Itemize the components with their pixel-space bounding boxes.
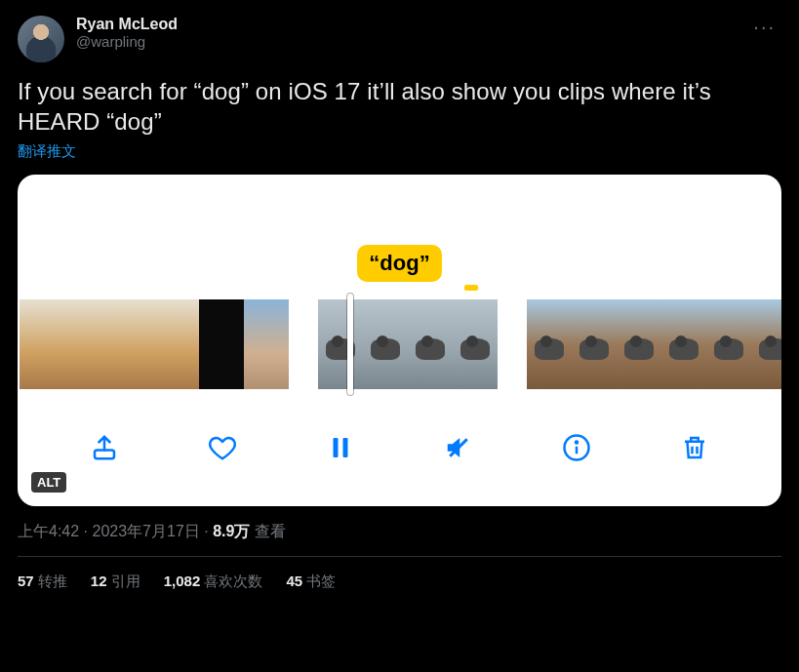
timeline-frame <box>617 299 661 389</box>
views-count: 8.9万 <box>213 523 250 539</box>
tweet-meta: 上午4:42 · 2023年7月17日 · 8.9万 查看 <box>18 522 781 542</box>
media-attachment[interactable]: “dog” <box>18 175 781 506</box>
bookmarks-stat[interactable]: 45 书签 <box>286 573 336 591</box>
more-options-button[interactable]: ··· <box>747 16 781 38</box>
display-name: Ryan McLeod <box>76 16 736 33</box>
caption-tick <box>464 285 478 291</box>
stats-row: 57 转推 12 引用 1,082 喜欢次数 45 书签 <box>18 557 781 591</box>
handle: @warpling <box>76 33 736 50</box>
tweet-text: If you search for “dog” on iOS 17 it’ll … <box>18 76 781 137</box>
quotes-stat[interactable]: 12 引用 <box>91 573 140 591</box>
timeline-frame <box>408 299 453 389</box>
trash-icon[interactable] <box>677 430 712 465</box>
retweets-stat[interactable]: 57 转推 <box>18 573 67 591</box>
clip-group-1 <box>20 299 289 389</box>
timeline-frame <box>64 299 109 389</box>
media-toolbar <box>18 420 781 475</box>
clip-group-2 <box>318 299 498 389</box>
timestamp[interactable]: 上午4:42 <box>18 523 79 539</box>
svg-rect-2 <box>342 438 347 457</box>
clip-group-3 <box>527 299 781 389</box>
timeline-frame <box>154 299 199 389</box>
alt-badge[interactable]: ALT <box>31 472 66 493</box>
timeline-frame <box>20 299 64 389</box>
timeline-frame <box>661 299 706 389</box>
views-label: 查看 <box>250 523 285 539</box>
date[interactable]: 2023年7月17日 <box>92 523 199 539</box>
timeline-frame <box>318 299 363 389</box>
mute-icon[interactable] <box>441 430 476 465</box>
tweet-container: Ryan McLeod @warpling ··· If you search … <box>0 0 799 591</box>
video-timeline[interactable] <box>18 299 781 389</box>
timeline-playhead[interactable] <box>347 294 353 395</box>
timeline-frame <box>751 299 781 389</box>
caption-bubble: “dog” <box>357 245 441 282</box>
timeline-frame <box>244 299 289 389</box>
likes-stat[interactable]: 1,082 喜欢次数 <box>164 573 263 591</box>
svg-point-4 <box>576 442 578 444</box>
author-block[interactable]: Ryan McLeod @warpling <box>76 16 736 50</box>
heart-icon[interactable] <box>205 430 240 465</box>
timeline-frame <box>572 299 617 389</box>
timeline-frame <box>199 299 244 389</box>
svg-rect-1 <box>333 438 338 457</box>
timeline-frame <box>363 299 408 389</box>
caption-row: “dog” <box>18 245 781 282</box>
translate-link[interactable]: 翻译推文 <box>18 142 781 161</box>
timeline-frame <box>109 299 154 389</box>
tweet-header: Ryan McLeod @warpling ··· <box>18 16 781 62</box>
timeline-frame <box>453 299 498 389</box>
timeline-frame <box>527 299 572 389</box>
timeline-frame <box>706 299 751 389</box>
pause-icon[interactable] <box>323 430 358 465</box>
svg-rect-0 <box>95 451 114 459</box>
info-icon[interactable] <box>559 430 594 465</box>
share-icon[interactable] <box>87 430 122 465</box>
avatar[interactable] <box>18 16 64 62</box>
